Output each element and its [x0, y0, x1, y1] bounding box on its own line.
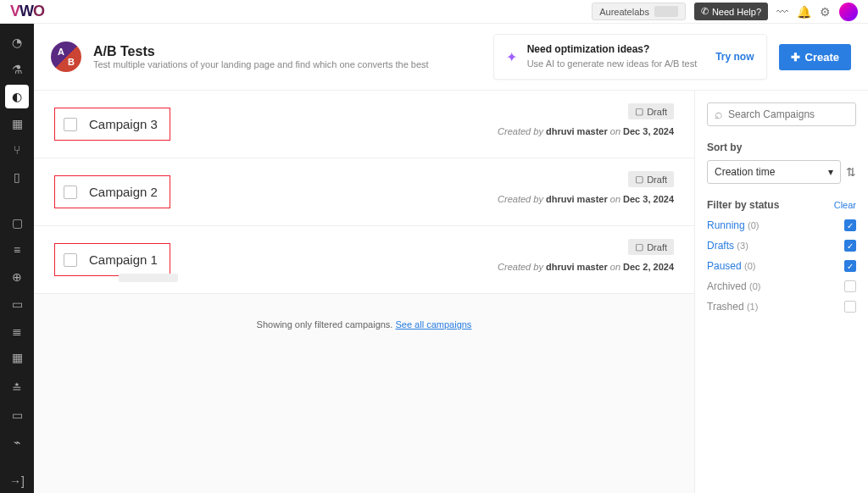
draft-icon: ▢: [635, 241, 643, 252]
campaign-select-box: Campaign 1: [54, 243, 170, 276]
help-label: Need Help?: [712, 7, 761, 17]
creation-meta: Created by dhruvi master on Dec 3, 2024: [498, 194, 674, 204]
code-icon[interactable]: ⌁: [5, 430, 29, 454]
see-all-link[interactable]: See all campaigns: [395, 319, 471, 330]
try-now-button[interactable]: Try now: [715, 51, 754, 63]
vwo-logo[interactable]: VWO: [10, 3, 44, 20]
idea-subtitle: Use AI to generate new ideas for A/B tes…: [527, 58, 698, 69]
create-label: Create: [805, 51, 839, 64]
draft-icon: ▢: [635, 174, 643, 185]
filter-checkbox[interactable]: [844, 301, 856, 313]
phone-icon: ✆: [701, 6, 709, 17]
briefcase-icon[interactable]: ▭: [5, 403, 29, 427]
file-icon[interactable]: ▢: [5, 211, 29, 235]
filter-item-archived[interactable]: Archived (0): [707, 280, 856, 292]
filter-name: Running: [707, 219, 745, 231]
campaign-select-box: Campaign 3: [54, 108, 170, 141]
sort-value: Creation time: [715, 166, 775, 178]
campaign-meta: ▢ DraftCreated by dhruvi master on Dec 2…: [498, 238, 674, 272]
main-layout: ◔ ⚗ ◐ ▦ ⑂ ▯ ▢ ≡ ⊕ ▭ ≣ ▦ ≛ ▭ ⌁ →] A/B Tes…: [0, 24, 868, 493]
filter-name: Trashed: [707, 301, 744, 313]
campaign-name: Campaign 1: [89, 252, 158, 267]
filter-count: (0): [748, 220, 759, 230]
help-button[interactable]: ✆Need Help?: [694, 3, 768, 20]
monitor-icon[interactable]: ▭: [5, 292, 29, 316]
draft-icon: ▢: [635, 106, 643, 117]
target-icon[interactable]: ⊕: [5, 265, 29, 289]
sort-direction-button[interactable]: ⇅: [846, 165, 856, 179]
topbar-right: Aureatelabs ✆Need Help? 〰 🔔 ⚙: [592, 3, 858, 21]
account-name: Aureatelabs: [599, 7, 649, 17]
top-bar: VWO Aureatelabs ✆Need Help? 〰 🔔 ⚙: [0, 0, 868, 24]
right-panel: ⌕ Sort by Creation time▾ ⇅ Filter by sta…: [694, 91, 868, 493]
grid-icon[interactable]: ▦: [5, 112, 29, 136]
campaign-checkbox[interactable]: [64, 186, 77, 199]
campaign-row[interactable]: Campaign 2▢ DraftCreated by dhruvi maste…: [34, 158, 694, 226]
filter-item-drafts[interactable]: Drafts (3)✓: [707, 240, 856, 252]
idea-text: Need optimization ideas? Use AI to gener…: [527, 43, 698, 70]
logout-icon[interactable]: →]: [5, 469, 29, 493]
filter-count: (0): [749, 281, 760, 291]
calendar-icon[interactable]: ▦: [5, 346, 29, 370]
optimization-ideas-card: ✦ Need optimization ideas? Use AI to gen…: [493, 34, 767, 80]
bell-icon[interactable]: 🔔: [797, 5, 811, 19]
campaign-list: Campaign 3▢ DraftCreated by dhruvi maste…: [34, 91, 694, 493]
body-row: Campaign 3▢ DraftCreated by dhruvi maste…: [34, 91, 868, 493]
plus-icon: ✚: [791, 51, 800, 64]
campaign-row[interactable]: Campaign 3▢ DraftCreated by dhruvi maste…: [34, 91, 694, 158]
sort-select[interactable]: Creation time▾: [707, 160, 841, 184]
sliders-icon[interactable]: ≛: [5, 376, 29, 400]
sort-label: Sort by: [707, 141, 856, 153]
campaign-select-box: Campaign 2: [54, 175, 170, 208]
filter-label: Filter by status: [707, 199, 779, 211]
filter-item-running[interactable]: Running (0)✓: [707, 219, 856, 231]
title-block: A/B Tests Test multiple variations of yo…: [93, 44, 429, 69]
account-switcher[interactable]: Aureatelabs: [592, 3, 686, 20]
clear-filters-link[interactable]: Clear: [834, 200, 856, 210]
activity-icon[interactable]: 〰: [776, 5, 788, 19]
sort-row: Creation time▾ ⇅: [707, 160, 856, 184]
chevron-down-icon: ▾: [828, 166, 833, 178]
dashboard-icon[interactable]: ◔: [5, 30, 29, 54]
list-icon[interactable]: ≡: [5, 238, 29, 262]
search-icon: ⌕: [715, 107, 723, 122]
search-input[interactable]: [728, 108, 855, 120]
filter-count: (3): [737, 241, 748, 251]
filter-header: Filter by status Clear: [707, 199, 856, 211]
filter-count: (0): [744, 261, 755, 271]
left-sidebar: ◔ ⚗ ◐ ▦ ⑂ ▯ ▢ ≡ ⊕ ▭ ≣ ▦ ≛ ▭ ⌁ →]: [0, 24, 34, 493]
campaign-name: Campaign 3: [89, 117, 158, 131]
search-box[interactable]: ⌕: [707, 102, 856, 126]
filter-count: (1): [747, 302, 758, 312]
campaign-name: Campaign 2: [89, 185, 158, 199]
gear-icon[interactable]: ⚙: [820, 5, 831, 19]
filter-item-paused[interactable]: Paused (0)✓: [707, 260, 856, 272]
filter-checkbox[interactable]: ✓: [844, 219, 856, 231]
create-button[interactable]: ✚Create: [779, 44, 851, 70]
page-title: A/B Tests: [93, 44, 429, 59]
database-icon[interactable]: ≣: [5, 319, 29, 343]
filter-name: Archived: [707, 280, 747, 292]
campaign-meta: ▢ DraftCreated by dhruvi master on Dec 3…: [498, 102, 674, 136]
filter-name: Paused: [707, 260, 742, 272]
filter-item-trashed[interactable]: Trashed (1): [707, 301, 856, 313]
idea-title: Need optimization ideas?: [527, 43, 698, 55]
campaign-checkbox[interactable]: [64, 253, 77, 267]
campaign-row[interactable]: Campaign 1▢ DraftCreated by dhruvi maste…: [34, 226, 694, 294]
creation-meta: Created by dhruvi master on Dec 3, 2024: [498, 126, 674, 136]
content-area: A/B Tests Test multiple variations of yo…: [34, 24, 868, 493]
campaign-meta: ▢ DraftCreated by dhruvi master on Dec 3…: [498, 170, 674, 204]
redacted-text: [119, 274, 178, 282]
creation-meta: Created by dhruvi master on Dec 2, 2024: [498, 262, 674, 272]
ab-test-icon[interactable]: ◐: [5, 85, 29, 108]
filter-checkbox[interactable]: ✓: [844, 240, 856, 252]
campaign-checkbox[interactable]: [64, 118, 77, 131]
filter-checkbox[interactable]: ✓: [844, 260, 856, 272]
filter-name: Drafts: [707, 240, 734, 252]
flask-icon[interactable]: ⚗: [5, 58, 29, 81]
split-icon[interactable]: ⑂: [5, 139, 29, 163]
page-subtitle: Test multiple variations of your landing…: [93, 59, 429, 69]
mobile-icon[interactable]: ▯: [5, 165, 29, 189]
user-avatar[interactable]: [839, 3, 858, 21]
filter-checkbox[interactable]: [844, 280, 856, 292]
